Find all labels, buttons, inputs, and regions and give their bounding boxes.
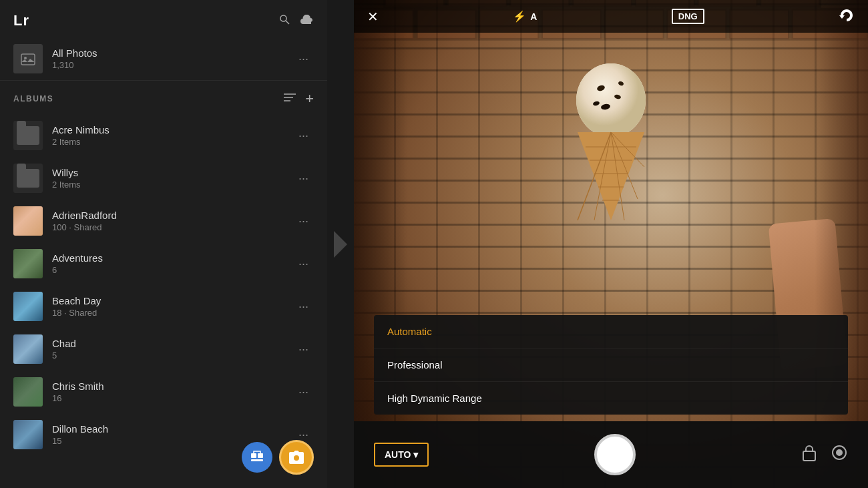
album-thumbnail — [13, 420, 43, 449]
albums-actions: + — [284, 90, 314, 107]
album-item-willys[interactable]: Willys 2 Items ··· — [0, 157, 327, 200]
svg-line-1 — [286, 21, 289, 24]
album-thumbnail — [13, 249, 43, 278]
sort-icon[interactable] — [284, 93, 296, 105]
flash-control[interactable]: ⚡ A — [513, 10, 537, 23]
camera-header: ✕ ⚡ A DNG — [354, 0, 868, 33]
blur-left — [354, 0, 407, 488]
album-more-icon[interactable]: ··· — [293, 126, 314, 146]
album-meta: 2 Items — [52, 180, 293, 190]
albums-label: ALBUMS — [13, 94, 284, 103]
dropdown-item-automatic[interactable]: Automatic — [374, 315, 848, 348]
album-meta: 100 · Shared — [52, 222, 293, 232]
folder-thumbnail — [13, 164, 43, 193]
camera-bottom-bar: AUTO ▾ — [354, 421, 868, 488]
icecream-illustration — [558, 33, 664, 267]
svg-point-0 — [280, 15, 286, 21]
album-thumbnail — [13, 377, 43, 407]
svg-point-10 — [294, 455, 299, 461]
all-photos-row[interactable]: All Photos 1,310 ··· — [0, 37, 327, 81]
cloud-icon[interactable] — [300, 15, 314, 27]
album-name: Beach Day — [52, 295, 293, 306]
album-more-icon[interactable]: ··· — [293, 254, 314, 274]
album-info: Beach Day 18 · Shared — [52, 295, 293, 318]
header-actions — [279, 14, 314, 27]
album-more-icon[interactable]: ··· — [293, 340, 314, 359]
svg-marker-41 — [578, 132, 644, 220]
camera-button[interactable] — [279, 440, 314, 475]
album-name: Willys — [52, 167, 293, 178]
auto-label: AUTO — [385, 449, 411, 460]
album-item-chris-smith[interactable]: Chris Smith 16 ··· — [0, 371, 327, 413]
camera-panel: ✕ ⚡ A DNG Automatic Professional High Dy… — [354, 0, 868, 488]
album-info: Acre Nimbus 2 Items — [52, 124, 293, 147]
albums-header: ALBUMS + — [0, 81, 327, 114]
album-name: Chad — [52, 338, 293, 349]
lock-icon[interactable] — [801, 444, 817, 465]
album-list: Acre Nimbus 2 Items ··· Willys 2 Items ·… — [0, 114, 327, 488]
folder-thumbnail — [13, 121, 43, 150]
all-photos-count: 1,310 — [52, 60, 293, 70]
album-thumbnail — [13, 334, 43, 364]
dropdown-item-hdr[interactable]: High Dynamic Range — [374, 382, 848, 415]
flash-icon: ⚡ — [513, 10, 526, 23]
album-item-beach-day[interactable]: Beach Day 18 · Shared ··· — [0, 285, 327, 328]
hdr-icon[interactable] — [831, 444, 848, 465]
album-info: Willys 2 Items — [52, 167, 293, 190]
album-more-icon[interactable]: ··· — [293, 169, 314, 188]
left-panel: Lr All Photos 1 — [0, 0, 327, 488]
album-meta: 2 Items — [52, 137, 293, 147]
svg-point-54 — [836, 449, 843, 456]
fab-area — [242, 440, 314, 475]
panel-divider — [327, 0, 354, 488]
svg-point-3 — [24, 57, 27, 59]
all-photos-title: All Photos — [52, 47, 293, 59]
all-photos-more[interactable]: ··· — [293, 49, 314, 69]
album-more-icon[interactable]: ··· — [293, 383, 314, 402]
dng-badge[interactable]: DNG — [672, 9, 704, 24]
flash-label: A — [530, 11, 537, 22]
dropdown-item-professional[interactable]: Professional — [374, 348, 848, 382]
album-info: Chris Smith 16 — [52, 381, 293, 403]
album-more-icon[interactable]: ··· — [293, 212, 314, 231]
album-item-adrien[interactable]: AdrienRadford 100 · Shared ··· — [0, 200, 327, 242]
svg-rect-52 — [803, 451, 815, 461]
album-name: AdrienRadford — [52, 210, 293, 221]
album-item-chad[interactable]: Chad 5 ··· — [0, 328, 327, 371]
search-icon[interactable] — [279, 14, 290, 27]
album-meta: 16 — [52, 393, 293, 403]
album-thumbnail — [13, 292, 43, 321]
app-logo: Lr — [13, 12, 29, 29]
auto-chevron-icon: ▾ — [413, 449, 418, 460]
import-button[interactable] — [242, 442, 272, 473]
album-name: Dillon Beach — [52, 423, 293, 435]
all-photos-info: All Photos 1,310 — [52, 47, 293, 70]
blur-right — [815, 0, 868, 488]
svg-rect-2 — [21, 54, 35, 65]
album-more-icon[interactable]: ··· — [293, 297, 314, 316]
album-name: Adventures — [52, 252, 293, 264]
album-item-acre-nimbus[interactable]: Acre Nimbus 2 Items ··· — [0, 114, 327, 157]
album-info: Adventures 6 — [52, 252, 293, 275]
shutter-button[interactable] — [594, 434, 636, 475]
album-meta: 18 · Shared — [52, 308, 293, 318]
album-name: Acre Nimbus — [52, 124, 293, 136]
album-name: Chris Smith — [52, 381, 293, 392]
svg-rect-8 — [251, 453, 256, 458]
svg-point-35 — [576, 63, 646, 137]
album-info: AdrienRadford 100 · Shared — [52, 210, 293, 232]
album-info: Chad 5 — [52, 338, 293, 360]
app-header: Lr — [0, 0, 327, 37]
capture-mode-dropdown: Automatic Professional High Dynamic Rang… — [374, 315, 848, 415]
album-item-adventures[interactable]: Adventures 6 ··· — [0, 242, 327, 285]
svg-rect-9 — [258, 453, 263, 458]
camera-bottom-icons — [801, 444, 848, 465]
camera-close-button[interactable]: ✕ — [367, 9, 379, 25]
add-album-icon[interactable]: + — [305, 90, 314, 107]
svg-rect-7 — [251, 459, 263, 461]
auto-mode-button[interactable]: AUTO ▾ — [374, 443, 429, 467]
camera-viewfinder — [354, 0, 868, 488]
album-meta: 6 — [52, 265, 293, 275]
chevron-right-icon — [334, 231, 347, 258]
camera-flip-button[interactable] — [839, 8, 855, 25]
